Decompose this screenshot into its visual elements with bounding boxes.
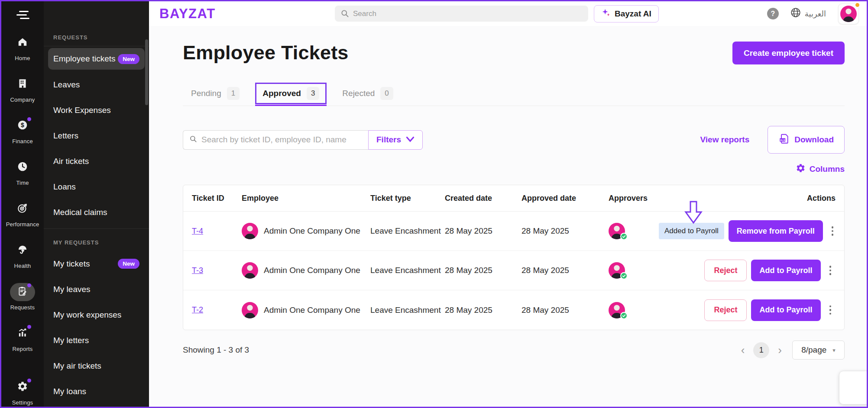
language-label: العربية bbox=[805, 9, 826, 19]
status-dot bbox=[855, 2, 860, 8]
bayzat-ai-button[interactable]: Bayzat AI bbox=[594, 5, 659, 22]
help-icon[interactable]: ? bbox=[767, 8, 779, 19]
language-switcher[interactable]: العربية bbox=[790, 7, 826, 20]
sidebar-item-company[interactable]: Company bbox=[10, 75, 35, 103]
prev-page-icon[interactable]: ‹ bbox=[741, 344, 745, 356]
subnav-item-label: My air tickets bbox=[53, 361, 101, 371]
page-number[interactable]: 1 bbox=[753, 342, 769, 358]
tab-approved[interactable]: Approved 3 bbox=[255, 81, 327, 106]
search-icon bbox=[340, 9, 349, 19]
subnav-item-label: Work Expenses bbox=[53, 106, 111, 115]
sidebar-item-finance[interactable]: $ Finance bbox=[10, 117, 35, 145]
rail-label: Finance bbox=[12, 138, 33, 145]
employee-avatar bbox=[242, 262, 258, 279]
scrollbar-thumb[interactable] bbox=[145, 39, 148, 105]
subnav-item-employee-tickets[interactable]: Employee tickets New bbox=[48, 48, 145, 70]
col-header-employee: Employee bbox=[242, 194, 370, 203]
subnav-item-medical-claims[interactable]: Medical claims bbox=[44, 199, 149, 225]
sidebar-item-settings[interactable]: Settings bbox=[10, 378, 35, 406]
global-search-input[interactable] bbox=[335, 6, 588, 22]
target-icon bbox=[17, 202, 28, 215]
created-date: 28 May 2025 bbox=[445, 226, 521, 236]
download-button[interactable]: XLS Download bbox=[768, 126, 845, 154]
rail-label: Health bbox=[14, 263, 31, 269]
subnav-item-work-expenses[interactable]: Work Expenses bbox=[44, 97, 149, 123]
kebab-menu-icon[interactable] bbox=[825, 303, 836, 318]
subnav-item-label: Air tickets bbox=[53, 157, 89, 166]
sidebar-item-reports[interactable]: Reports bbox=[10, 324, 35, 352]
kebab-menu-icon[interactable] bbox=[827, 224, 838, 238]
employee-avatar bbox=[242, 302, 258, 318]
table-row: T-3 Admin One Company One Leave Encashme… bbox=[183, 251, 844, 290]
reject-button[interactable]: Reject bbox=[704, 299, 747, 321]
columns-gear-icon[interactable] bbox=[796, 163, 806, 175]
subnav-item-leaves[interactable]: Leaves bbox=[44, 72, 149, 97]
sidebar-item-home[interactable]: Home bbox=[10, 34, 35, 61]
rail-label: Performance bbox=[6, 221, 39, 228]
ai-button-label: Bayzat AI bbox=[615, 9, 651, 19]
remove-from-payroll-button[interactable]: Remove from Payroll bbox=[729, 220, 823, 242]
global-search[interactable] bbox=[335, 6, 588, 22]
next-page-icon[interactable]: › bbox=[778, 344, 782, 356]
created-date: 28 May 2025 bbox=[445, 266, 521, 275]
subnav-item-loans[interactable]: Loans bbox=[44, 174, 149, 199]
tab-pending[interactable]: Pending 1 bbox=[191, 87, 240, 100]
tab-count-badge: 0 bbox=[380, 87, 393, 100]
hamburger-menu-icon[interactable] bbox=[16, 8, 29, 19]
sparkles-icon bbox=[601, 8, 611, 19]
subnav-item-my-loans[interactable]: My loans bbox=[44, 379, 149, 404]
page-size-select[interactable]: 8/page ▾ bbox=[792, 341, 845, 360]
sidebar-item-time[interactable]: Time bbox=[10, 158, 35, 186]
add-to-payroll-button[interactable]: Add to Payroll bbox=[751, 299, 820, 321]
topbar: BAYZAT Bayzat AI ? العربية bbox=[149, 1, 867, 26]
tab-label: Pending bbox=[191, 89, 221, 98]
subnav-item-label: My letters bbox=[53, 336, 89, 345]
avatar-image bbox=[840, 6, 857, 22]
requests-subnav: REQUESTS Employee tickets New Leaves Wor… bbox=[44, 1, 149, 407]
table-header: Ticket ID Employee Ticket type Created d… bbox=[183, 185, 844, 212]
kebab-menu-icon[interactable] bbox=[825, 263, 836, 278]
employee-name: Admin One Company One bbox=[264, 226, 360, 236]
reject-button[interactable]: Reject bbox=[704, 260, 747, 281]
svg-text:XLS: XLS bbox=[780, 138, 785, 141]
ticket-id-link[interactable]: T-2 bbox=[192, 305, 242, 315]
subnav-item-my-work-expenses[interactable]: My work expenses bbox=[44, 302, 149, 328]
subnav-item-air-tickets[interactable]: Air tickets bbox=[44, 148, 149, 174]
subnav-item-label: My work expenses bbox=[53, 310, 121, 320]
table-footer: Showing 1 - 3 of 3 ‹ 1 › 8/page ▾ bbox=[183, 341, 845, 360]
col-header-approvers: Approvers bbox=[609, 194, 659, 203]
sidebar-item-requests[interactable]: Requests bbox=[10, 283, 35, 311]
ticket-type: Leave Encashment bbox=[370, 305, 445, 315]
table-row: T-2 Admin One Company One Leave Encashme… bbox=[183, 290, 844, 330]
tab-count-badge: 3 bbox=[307, 87, 319, 100]
ticket-id-link[interactable]: T-3 bbox=[192, 266, 242, 275]
approved-date: 28 May 2025 bbox=[521, 305, 609, 315]
ticket-id-link[interactable]: T-4 bbox=[192, 227, 242, 236]
tab-rejected[interactable]: Rejected 0 bbox=[342, 87, 393, 100]
filters-button[interactable]: Filters bbox=[368, 130, 423, 150]
col-header-ticket-type: Ticket type bbox=[370, 194, 445, 203]
subnav-item-my-air-tickets[interactable]: My air tickets bbox=[44, 353, 149, 379]
ticket-type: Leave Encashment bbox=[370, 266, 445, 275]
chat-widget-button[interactable] bbox=[839, 371, 868, 405]
col-header-created-date: Created date bbox=[445, 194, 521, 203]
finance-icon: $ bbox=[17, 119, 28, 132]
rail-label: Reports bbox=[13, 346, 33, 352]
showing-count: Showing 1 - 3 of 3 bbox=[183, 345, 249, 355]
view-reports-link[interactable]: View reports bbox=[700, 135, 750, 145]
columns-button[interactable]: Columns bbox=[810, 164, 845, 174]
subnav-item-my-tickets[interactable]: My tickets New bbox=[44, 251, 149, 276]
create-employee-ticket-button[interactable]: Create employee ticket bbox=[732, 42, 845, 64]
subnav-item-my-letters[interactable]: My letters bbox=[44, 328, 149, 353]
ticket-search-field[interactable] bbox=[183, 130, 368, 150]
approved-check-icon bbox=[620, 233, 628, 240]
sidebar-item-performance[interactable]: Performance bbox=[6, 200, 39, 228]
sidebar-item-health[interactable]: Health bbox=[10, 241, 35, 269]
user-avatar[interactable] bbox=[838, 3, 859, 24]
add-to-payroll-button[interactable]: Add to Payroll bbox=[751, 260, 820, 281]
employee-name: Admin One Company One bbox=[264, 266, 360, 275]
building-icon bbox=[17, 78, 28, 91]
subnav-item-letters[interactable]: Letters bbox=[44, 123, 149, 148]
subnav-item-my-leaves[interactable]: My leaves bbox=[44, 276, 149, 302]
ticket-search-input[interactable] bbox=[201, 135, 362, 145]
